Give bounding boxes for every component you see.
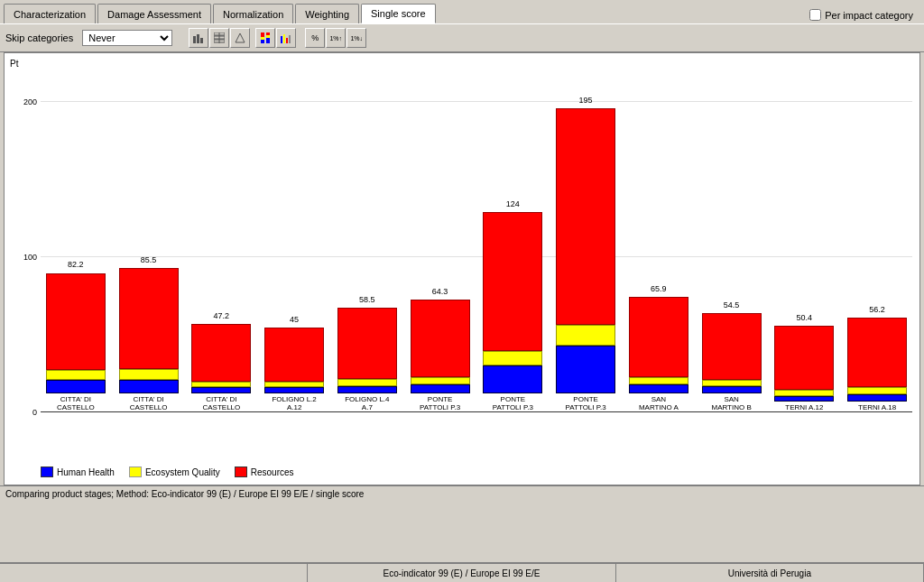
bar-value-label: 124	[483, 199, 542, 208]
bar-segment-eq	[629, 377, 688, 384]
bar-label: CITTA' DICASTELLO	[114, 395, 184, 412]
bar-label: SANMARTINO A	[624, 395, 694, 412]
bar-chart-icon[interactable]	[189, 28, 208, 48]
legend-ecosystem-quality: Ecosystem Quality	[129, 467, 220, 477]
tab-characterization[interactable]: Characterization	[4, 4, 96, 23]
bar-value-label: 195	[556, 96, 615, 105]
bar-stack	[411, 300, 470, 393]
bar-segment-res	[46, 273, 106, 371]
bar-value-label: 65.9	[629, 284, 688, 293]
bar-segment-eq	[411, 377, 470, 384]
bar-stack	[46, 273, 106, 393]
bar-group: 85.5CITTA' DICASTELLO	[114, 71, 184, 412]
bar-stack-wrapper: 58.5	[337, 71, 397, 393]
percent-minus-icon[interactable]: 1%↓	[346, 28, 366, 48]
chart-plot-area: 82.2CITTA' DICASTELLO85.5CITTA' DICASTEL…	[41, 71, 912, 412]
y-tick-200: 200	[23, 97, 37, 106]
svg-rect-10	[261, 32, 264, 37]
bar-group: 64.3PONTEPATTOLI P.3	[405, 71, 476, 412]
bar-segment-eq	[46, 370, 106, 380]
bar-stack-wrapper: 54.5	[702, 71, 762, 393]
svg-rect-2	[200, 38, 203, 43]
bottom-method: Eco-indicator 99 (E) / Europe EI 99 E/E	[308, 564, 615, 582]
legend: Human Health Ecosystem Quality Resources	[41, 467, 294, 477]
bar-segment-hh	[702, 386, 762, 393]
legend-resources-label: Resources	[251, 467, 294, 477]
per-impact-category-checkbox[interactable]	[809, 9, 821, 21]
bar-stack-wrapper: 65.9	[629, 71, 688, 393]
bar-label: CITTA' DICASTELLO	[187, 395, 257, 412]
bar-value-label: 85.5	[119, 255, 179, 264]
bar-segment-hh	[629, 384, 688, 393]
bar-stack-wrapper: 47.2	[191, 71, 251, 393]
percent-icons: % 1%↑ 1%↓	[305, 28, 366, 48]
y-axis: 0 100 200	[5, 71, 41, 412]
svg-rect-16	[286, 38, 288, 43]
y-axis-label: Pt	[10, 59, 18, 69]
bar-group: 195PONTEPATTOLI P.3	[550, 71, 621, 412]
bar-segment-hh	[556, 346, 615, 393]
skip-select[interactable]: Never Always If only zero	[82, 30, 172, 46]
grouped-bar-icon[interactable]	[276, 28, 296, 48]
bar-segment-eq	[556, 325, 615, 346]
bar-label: TERNI A.18	[842, 403, 912, 412]
chart-container: Pt 0 100 200 82.2CITTA' DICASTELLO85.5CI…	[4, 52, 920, 485]
bar-stack-wrapper: 56.2	[847, 71, 907, 402]
bar-segment-hh	[483, 365, 542, 393]
tab-single-score[interactable]: Single score	[361, 4, 436, 23]
legend-ecosystem-quality-label: Ecosystem Quality	[145, 467, 220, 477]
bar-value-label: 82.2	[46, 260, 106, 269]
bar-group: 54.5SANMARTINO B	[697, 71, 767, 412]
tab-damage-assessment[interactable]: Damage Assessment	[97, 4, 211, 23]
bar-group: 82.2CITTA' DICASTELLO	[41, 71, 111, 412]
bar-stack	[191, 324, 251, 393]
bar-segment-hh	[119, 380, 179, 393]
tab-bar: Characterization Damage Assessment Norma…	[0, 0, 924, 23]
tab-normalization[interactable]: Normalization	[213, 4, 293, 23]
bar-segment-res	[411, 300, 470, 378]
bar-stack	[119, 268, 179, 393]
bar-label: CITTA' DICASTELLO	[41, 395, 111, 412]
bar-segment-res	[264, 328, 324, 382]
bar-label: TERNI A.12	[770, 403, 840, 412]
percent-icon[interactable]: %	[305, 28, 325, 48]
bar-segment-hh	[264, 387, 324, 393]
bar-segment-res	[119, 268, 179, 368]
bar-segment-hh	[191, 387, 251, 393]
tab-weighting[interactable]: Weighting	[295, 4, 359, 23]
svg-rect-14	[281, 36, 282, 43]
bar-segment-hh	[46, 380, 106, 393]
stacked-bar-icon[interactable]	[255, 28, 275, 48]
bar-segment-eq	[337, 379, 397, 386]
bar-segment-eq	[119, 369, 179, 381]
bar-value-label: 45	[264, 315, 324, 324]
bar-segment-res	[629, 297, 688, 377]
svg-rect-0	[193, 36, 196, 43]
svg-marker-7	[236, 33, 245, 42]
triangle-icon[interactable]	[230, 28, 250, 48]
bar-stack	[483, 212, 542, 393]
legend-resources-box	[235, 467, 247, 477]
svg-rect-15	[283, 34, 285, 43]
bar-group: 65.9SANMARTINO A	[624, 71, 694, 412]
svg-rect-13	[266, 32, 270, 35]
bottom-bar: Eco-indicator 99 (E) / Europe EI 99 E/E …	[0, 562, 924, 582]
table-icon[interactable]	[209, 28, 229, 48]
bar-stack-wrapper: 85.5	[119, 71, 179, 393]
bar-segment-res	[702, 313, 762, 380]
bar-group: 56.2TERNI A.18	[842, 71, 912, 412]
bar-label: FOLIGNO L.4A.7	[332, 395, 402, 412]
percent-plus-icon[interactable]: 1%↑	[326, 28, 346, 48]
per-impact-category-label: Per impact category	[825, 10, 913, 21]
bar-value-label: 47.2	[191, 311, 251, 320]
bar-group: 47.2CITTA' DICASTELLO	[187, 71, 257, 412]
bar-stack	[702, 313, 762, 393]
bar-stack-wrapper: 64.3	[411, 71, 470, 393]
bar-stack-wrapper: 124	[483, 71, 542, 393]
bar-group: 45FOLIGNO L.2A.12	[259, 71, 329, 412]
bar-stack-wrapper: 45	[264, 71, 324, 393]
bar-stack	[264, 328, 324, 393]
bar-stack	[847, 318, 907, 402]
legend-ecosystem-quality-box	[129, 467, 142, 477]
bar-segment-res	[774, 326, 834, 390]
